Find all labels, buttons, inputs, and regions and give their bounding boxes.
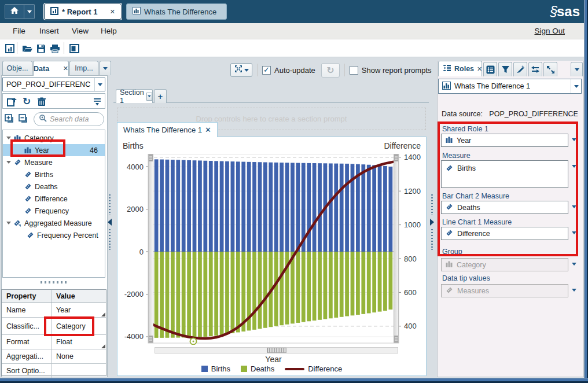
close-icon[interactable]: ✕	[477, 65, 482, 73]
close-icon[interactable]: ✕	[110, 8, 115, 16]
tree-item-deaths[interactable]: Deaths	[3, 181, 105, 193]
dual-axis-chart[interactable]: Births Difference 400020000-2000-4000140…	[117, 137, 427, 376]
search-input[interactable]: Search data	[34, 112, 104, 126]
chevron-down-icon[interactable]	[572, 263, 576, 266]
tab-whats-the-difference[interactable]: Whats The Difference	[126, 3, 227, 20]
refresh-icon[interactable]: ↻	[20, 95, 33, 108]
tab-styles[interactable]	[513, 62, 527, 76]
slider-handle[interactable]	[149, 154, 153, 161]
field-group[interactable]: Category	[441, 258, 568, 271]
field-bar-chart-2-measure[interactable]: Deaths	[441, 201, 568, 214]
auto-update-checkbox[interactable]: ✓	[262, 66, 271, 75]
delete-icon[interactable]	[35, 95, 48, 108]
close-icon[interactable]: ✕	[63, 65, 68, 72]
property-row-format[interactable]: Format Float	[2, 335, 106, 349]
chevron-down-icon[interactable]	[572, 289, 576, 292]
property-value[interactable]	[52, 364, 106, 378]
tab-import[interactable]: Imp...	[69, 61, 98, 75]
home-button[interactable]	[5, 4, 24, 19]
show-report-prompts-checkbox[interactable]	[350, 66, 358, 75]
slider-handle[interactable]	[149, 336, 153, 343]
panel-resize-handle[interactable]	[41, 281, 67, 283]
menu-file[interactable]: File	[13, 27, 25, 35]
property-row-name[interactable]: Name Year	[2, 303, 106, 318]
new-report-button[interactable]	[3, 42, 16, 54]
tree-item-births[interactable]: Births	[3, 168, 105, 181]
field-line-chart-1-measure[interactable]: Difference	[441, 227, 568, 240]
sign-out-link[interactable]: Sign Out	[534, 27, 565, 35]
tree-item-frequency[interactable]: Frequency	[3, 205, 105, 217]
layout-toggle-button[interactable]	[68, 42, 80, 54]
left-panel-splitter[interactable]	[108, 194, 111, 250]
tree-item-year[interactable]: Year 46	[3, 144, 105, 156]
property-row-aggregation[interactable]: Aggregati... None	[2, 349, 106, 364]
tab-properties[interactable]	[483, 62, 497, 76]
tab-ranks[interactable]	[528, 62, 542, 76]
chevron-down-icon[interactable]	[572, 231, 576, 234]
datasource-line: Data source: POP_PROJ_DIFFERENCE	[442, 110, 578, 118]
menu-insert[interactable]: Insert	[39, 27, 59, 35]
scrollbar-handle[interactable]	[267, 348, 286, 353]
home-menu-button[interactable]	[24, 4, 35, 19]
property-value[interactable]: None	[52, 349, 106, 363]
collapse-left-panel-icon[interactable]	[108, 219, 112, 226]
slider-handle[interactable]	[394, 154, 398, 161]
chevron-down-icon[interactable]	[572, 138, 576, 141]
tab-objects[interactable]: Obje...	[2, 61, 32, 75]
object-selector[interactable]: Whats The Difference 1	[438, 79, 582, 94]
field-data-tip-values[interactable]: Measures	[441, 284, 568, 297]
right-panel-splitter[interactable]	[431, 194, 433, 250]
plot-area[interactable]: 400020000-2000-4000140012001000800600400	[117, 154, 427, 345]
property-row-classification[interactable]: Classific... Category	[2, 318, 106, 335]
tree-item-frequency-percent[interactable]: Frequency Percent	[3, 229, 105, 241]
tab-roles[interactable]: Roles ✕	[438, 61, 482, 76]
tab-report-1[interactable]: * Report 1 ✕	[44, 3, 122, 20]
tab-section-1[interactable]: Section 1	[116, 89, 153, 103]
collapse-arrow-icon[interactable]	[6, 161, 11, 164]
right-panel-tab-overflow[interactable]	[571, 62, 583, 76]
refresh-button[interactable]: ↻	[321, 63, 340, 78]
expand-all-icon[interactable]	[5, 114, 15, 124]
save-button[interactable]	[35, 42, 47, 54]
tree-group-category[interactable]: Category	[3, 132, 105, 144]
legend-item-deaths: Deaths	[241, 364, 274, 373]
property-value[interactable]: Year	[52, 303, 106, 317]
menu-help[interactable]: Help	[101, 27, 117, 35]
panel-tab-overflow[interactable]	[100, 61, 111, 75]
collapse-arrow-icon[interactable]	[6, 137, 11, 139]
field-measure[interactable]: Births	[441, 160, 568, 188]
tab-chart-object[interactable]: Whats The Difference 1 ✕	[117, 122, 218, 137]
tree-item-difference[interactable]: Difference	[3, 193, 105, 205]
property-value[interactable]: Float	[52, 335, 106, 349]
x-axis-scrollbar[interactable]	[155, 347, 398, 353]
chevron-down-icon[interactable]	[572, 165, 576, 168]
menu-view[interactable]: View	[72, 27, 89, 35]
print-button[interactable]	[49, 42, 61, 54]
tree-group-measure[interactable]: Measure	[3, 156, 105, 168]
open-folder-button[interactable]	[21, 42, 34, 54]
maximize-button[interactable]	[230, 63, 252, 77]
left-axis-zoom-slider[interactable]	[148, 154, 153, 343]
collapse-right-panel-icon[interactable]	[430, 219, 434, 226]
measure-icon	[446, 203, 453, 212]
chevron-down-icon[interactable]	[94, 78, 105, 91]
collapse-all-icon[interactable]	[19, 114, 29, 124]
chevron-down-icon[interactable]	[571, 79, 581, 93]
property-value[interactable]: Category	[52, 318, 106, 334]
property-row-sort-options[interactable]: Sort Optio...	[2, 364, 106, 378]
datasource-select[interactable]: POP_PROJ_DIFFERENC	[2, 78, 105, 91]
field-shared-role[interactable]: Year	[441, 134, 568, 147]
tab-data[interactable]: Data ✕	[33, 61, 69, 76]
tab-filters[interactable]	[498, 62, 512, 76]
section-menu-button[interactable]	[146, 93, 152, 101]
right-axis-zoom-slider[interactable]	[394, 154, 399, 343]
collapse-arrow-icon[interactable]	[6, 222, 11, 224]
chevron-down-icon[interactable]	[572, 205, 576, 208]
close-icon[interactable]: ✕	[205, 126, 211, 134]
tab-interactions[interactable]	[543, 62, 557, 76]
tree-group-aggregated-measure[interactable]: Aggregated Measure	[3, 217, 105, 229]
filter-menu-icon[interactable]	[91, 95, 104, 108]
add-section-button[interactable]: +	[154, 89, 167, 103]
slider-handle[interactable]	[394, 336, 398, 343]
add-data-icon[interactable]	[5, 95, 18, 108]
